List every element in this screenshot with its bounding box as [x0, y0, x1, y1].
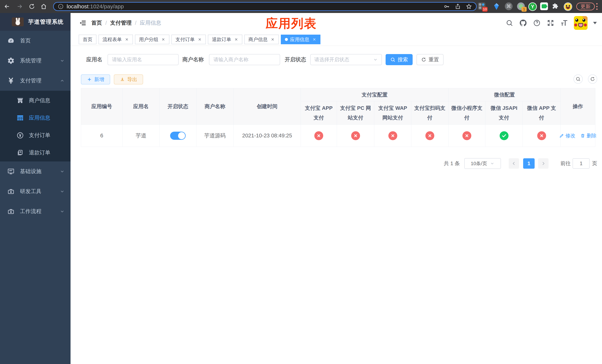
sidebar-item-system[interactable]: 系统管理 — [0, 51, 71, 71]
page-size-select[interactable]: 10条/页 — [464, 158, 501, 169]
browser-forward-icon[interactable] — [16, 2, 24, 11]
share-icon[interactable] — [455, 3, 461, 10]
sidebar-item-refund-orders[interactable]: 退款订单 — [0, 144, 71, 161]
col-app-name: 应用名 — [123, 88, 160, 125]
browser-update-button[interactable]: 更新 — [576, 3, 595, 10]
edit-link[interactable]: 修改 — [559, 132, 576, 139]
gear-icon — [7, 57, 15, 64]
prev-page-button[interactable] — [509, 158, 519, 169]
col-created: 创建时间 — [234, 88, 301, 125]
browser-toolbar: localhost:1024/pay/app 10 — [0, 0, 602, 13]
browser-profile-avatar[interactable] — [564, 2, 572, 11]
add-button[interactable]: 新增 — [81, 75, 110, 85]
sub-col-4: 支付宝扫码支付 — [411, 101, 449, 125]
cell-config-4 — [411, 125, 449, 147]
chevron-down-icon — [60, 209, 64, 214]
cell-config-5 — [449, 125, 485, 147]
tab-label: 商户信息 — [248, 36, 268, 43]
cell-merchant: 芋道源码 — [196, 125, 234, 147]
fullscreen-icon[interactable] — [547, 19, 555, 27]
extension-icon-6[interactable] — [540, 2, 548, 11]
tab-close-icon[interactable] — [271, 37, 275, 42]
browser-home-icon[interactable] — [40, 2, 48, 11]
trash-icon — [580, 133, 585, 138]
github-icon[interactable] — [519, 19, 527, 27]
tab-4[interactable]: 支付订单 — [172, 35, 206, 44]
page-title-annotation: 应用列表 — [266, 15, 317, 32]
tab-label: 支付订单 — [175, 36, 195, 43]
app-logo[interactable]: 芋道管理系统 — [0, 13, 71, 31]
active-tab-dot — [285, 38, 288, 41]
extension-icon-3[interactable]: ⌘ — [505, 2, 513, 11]
disabled-cross-icon — [425, 131, 434, 140]
extension-icon-5[interactable]: Y — [528, 2, 537, 11]
breadcrumb-payment[interactable]: 支付管理 — [110, 19, 132, 27]
avatar-caret-icon[interactable] — [593, 22, 597, 24]
status-select[interactable]: 请选择开启状态 — [310, 54, 382, 65]
chevron-up-icon — [60, 78, 64, 83]
col-merchant: 商户名称 — [196, 88, 234, 125]
browser-back-icon[interactable] — [3, 2, 11, 11]
help-icon[interactable] — [533, 19, 541, 27]
merchant-name-label: 商户名称 — [182, 56, 204, 63]
bookmark-star-icon[interactable] — [466, 3, 472, 10]
tab-close-icon[interactable] — [198, 37, 202, 42]
next-page-button[interactable] — [538, 158, 548, 169]
refresh-table-icon[interactable] — [588, 75, 597, 84]
app-name-input[interactable] — [108, 54, 179, 65]
goto-page-input[interactable] — [573, 158, 590, 169]
sidebar-item-label: 支付订单 — [29, 132, 50, 139]
sidebar-item-dev-tools[interactable]: 研发工具 — [0, 182, 71, 202]
status-select-placeholder: 请选择开启状态 — [314, 56, 349, 63]
table-tools — [573, 75, 597, 84]
url-text: localhost:1024/pay/app — [67, 3, 124, 10]
show-search-icon[interactable] — [573, 75, 583, 84]
sidebar-collapse-icon[interactable] — [79, 19, 87, 27]
extension-icon-2[interactable] — [492, 2, 501, 11]
tab-2[interactable]: 流程表单 — [98, 35, 133, 44]
extension-icon-1[interactable]: 10 — [478, 2, 486, 11]
sub-col-3: 支付宝 WAP 网站支付 — [374, 101, 411, 125]
delete-link[interactable]: 删除 — [580, 132, 597, 139]
sidebar-item-infrastructure[interactable]: 基础设施 — [0, 161, 71, 182]
tab-1[interactable]: 首页 — [79, 35, 97, 44]
tab-5[interactable]: 退款订单 — [208, 35, 242, 44]
status-toggle[interactable] — [170, 132, 186, 140]
password-key-icon[interactable] — [443, 3, 450, 10]
col-group-alipay: 支付宝配置 — [301, 88, 449, 101]
extension-badge: 1 — [521, 7, 527, 12]
export-button[interactable]: 导出 — [114, 75, 143, 85]
document-copy-icon — [16, 149, 24, 156]
sidebar-item-workflow[interactable]: 工作流程 — [0, 202, 71, 221]
sidebar-item-home[interactable]: 首页 — [0, 31, 71, 51]
browser-reload-icon[interactable] — [28, 2, 36, 11]
sidebar-item-payment-orders[interactable]: 支付订单 — [0, 127, 71, 144]
page-number-button[interactable]: 1 — [523, 158, 535, 169]
reset-button[interactable]: 重置 — [417, 54, 443, 65]
tab-close-icon[interactable] — [234, 37, 238, 42]
extension-icon-4[interactable]: 1 — [517, 2, 525, 11]
breadcrumb: 首页 / 支付管理 / 应用信息 — [91, 13, 161, 33]
site-info-icon[interactable] — [58, 3, 64, 10]
tab-close-icon[interactable] — [312, 37, 316, 42]
merchant-name-input[interactable] — [209, 54, 280, 65]
tab-7[interactable]: 应用信息 — [281, 35, 321, 44]
sidebar-item-app-info[interactable]: 应用信息 — [0, 109, 71, 127]
search-icon[interactable] — [505, 19, 514, 27]
tab-close-icon[interactable] — [161, 37, 165, 42]
sidebar-item-payment[interactable]: 支付管理 — [0, 71, 71, 91]
main-area: 首页 / 支付管理 / 应用信息 应用列表 — [71, 13, 602, 364]
tab-close-icon[interactable] — [125, 37, 129, 42]
extensions-puzzle-icon[interactable] — [552, 2, 560, 11]
user-avatar[interactable] — [574, 16, 588, 30]
tab-3[interactable]: 用户分组 — [135, 35, 169, 44]
search-button[interactable]: 搜索 — [386, 54, 413, 65]
url-bar[interactable]: localhost:1024/pay/app — [53, 2, 477, 11]
font-size-icon[interactable] — [560, 19, 568, 27]
sidebar-item-merchant-info[interactable]: 商户信息 — [0, 92, 71, 109]
tab-6[interactable]: 商户信息 — [244, 35, 279, 44]
breadcrumb-home[interactable]: 首页 — [91, 19, 102, 27]
page-content: 应用名 商户名称 开启状态 请选择开启状态 搜索 重置 — [71, 46, 602, 364]
browser-menu-icon[interactable] — [595, 3, 599, 10]
payment-submenu: 商户信息 应用信息 支付订单 退款订单 — [0, 91, 71, 161]
